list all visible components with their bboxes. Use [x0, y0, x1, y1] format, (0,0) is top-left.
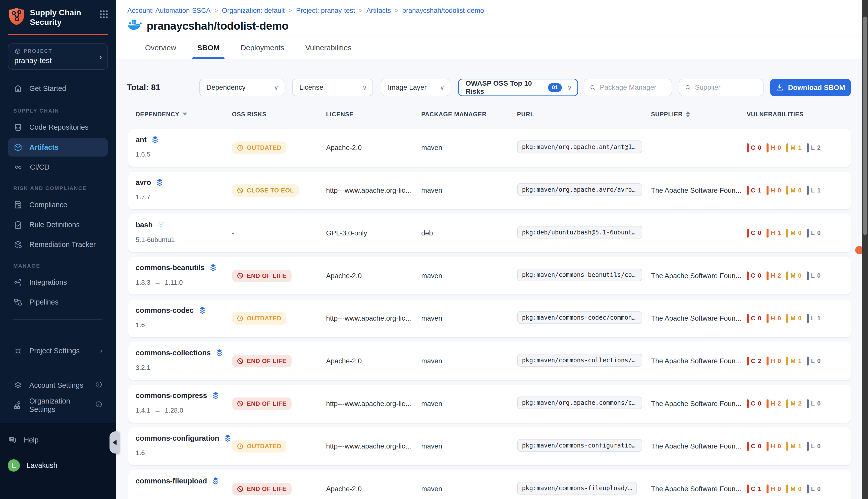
layers-icon	[211, 391, 220, 400]
purl-chip[interactable]: pkg:maven/org.apache.commons/com…	[517, 397, 642, 409]
table-row[interactable]: commons-collections 3.2.1 END OF LIFE Ap…	[128, 342, 851, 380]
scrollbar-track[interactable]	[862, 0, 868, 499]
vuln-low-count: 1	[817, 315, 821, 322]
user-menu[interactable]: L Lavakush	[8, 456, 108, 475]
tab-overview[interactable]: Overview	[145, 36, 176, 59]
breadcrumb-organization[interactable]: Organization: default	[222, 7, 285, 15]
vulnerability-counts: C2 H0 M1 L0	[747, 356, 821, 365]
breadcrumb-project[interactable]: Project: pranay-test	[296, 7, 355, 15]
vulnerability-counts: C0 H1 M0 L0	[747, 229, 821, 238]
purl-chip[interactable]: pkg:maven/commons-fileupload/…	[517, 482, 637, 495]
dependency-filter-select[interactable]: Dependency ∨	[199, 78, 284, 97]
breadcrumb-artifact-name[interactable]: pranaycshah/todolist-demo	[402, 7, 484, 15]
breadcrumb-artifacts[interactable]: Artifacts	[367, 7, 391, 15]
table-row[interactable]: ant 1.6.5 OUTDATED Apache-2.0 maven pkg:…	[128, 129, 851, 167]
sidebar-item-organization-settings[interactable]: Organization Settings	[8, 396, 108, 414]
sidebar-item-help[interactable]: Help	[8, 431, 108, 449]
sidebar-item-pipelines[interactable]: Pipelines	[8, 293, 108, 311]
sidebar-item-code-repositories[interactable]: Code Repositories	[8, 118, 108, 137]
package-manager-cell: maven	[421, 314, 442, 322]
package-manager-cell: maven	[421, 400, 442, 408]
scrollbar-thumb[interactable]	[863, 16, 867, 235]
sidebar-item-rule-definitions[interactable]: Rule Definitions	[8, 216, 108, 234]
sidebar-item-artifacts[interactable]: Artifacts	[8, 138, 108, 157]
supplier-cell: The Apache Software Foun...	[651, 186, 741, 194]
risk-label: CLOSE TO EOL	[247, 187, 294, 194]
project-selector[interactable]: PROJECT pranay-test ›	[8, 44, 108, 70]
sidebar-item-project-settings[interactable]: Project Settings ›	[8, 342, 108, 360]
table-row[interactable]: commons-configuration 1.6 OUTDATED http-…	[128, 427, 851, 465]
sidebar-item-account-settings[interactable]: Account Settings	[8, 376, 108, 394]
vuln-critical: C1	[747, 484, 761, 493]
app-grid-icon[interactable]	[100, 10, 108, 20]
sidebar-nav: Get Started SUPPLY CHAIN Code Repositori…	[0, 80, 116, 415]
vuln-high: H2	[767, 399, 781, 408]
info-icon[interactable]	[95, 401, 102, 410]
vuln-medium-count: 0	[798, 315, 802, 322]
vulnerability-counts: C1 H0 M0 L0	[747, 484, 821, 493]
vuln-medium: M1	[786, 144, 802, 152]
nav-section-supply-chain: SUPPLY CHAIN	[13, 108, 108, 114]
vuln-medium: M0	[786, 271, 802, 280]
download-sbom-button[interactable]: Download SBOM	[770, 78, 851, 97]
vulnerability-counts: C0 H0 M1 L2	[747, 144, 821, 152]
owasp-risks-filter-select[interactable]: OWASP OSS Top 10 Risks 01 ∨	[458, 78, 578, 97]
tab-deployments[interactable]: Deployments	[240, 36, 284, 59]
layers-icon	[224, 434, 232, 442]
dependency-version: 1.7.7	[136, 193, 150, 201]
vuln-high-count: 0	[778, 485, 781, 492]
gear-icon	[13, 346, 23, 355]
brand-accent-rule	[8, 34, 108, 35]
org-hierarchy-icon	[13, 401, 23, 410]
info-icon[interactable]	[95, 381, 102, 390]
layers-icon	[151, 136, 159, 144]
purl-chip[interactable]: pkg:maven/commons-configuration/…	[517, 439, 642, 452]
table-row[interactable]: commons-beanutils 1.8.3 → 1.11.0 END OF …	[128, 257, 851, 295]
tab-sbom[interactable]: SBOM	[197, 36, 220, 59]
header-dependency[interactable]: DEPENDENCY	[136, 111, 187, 118]
vuln-low-count: 2	[817, 144, 821, 151]
purl-chip[interactable]: pkg:maven/commons-collections/co…	[517, 354, 642, 367]
breadcrumb-account[interactable]: Account: Automation-SSCA	[127, 7, 211, 15]
sidebar-item-integrations[interactable]: Integrations	[8, 273, 108, 291]
vuln-high: H2	[767, 271, 781, 280]
sidebar: Supply Chain Security PROJECT pranay-tes…	[0, 0, 116, 499]
chevron-down-icon: ∨	[562, 84, 572, 91]
vuln-critical-count: 1	[758, 187, 761, 194]
supplier-search-input[interactable]	[695, 83, 757, 92]
purl-chip[interactable]: pkg:maven/commons-beanutils/comm…	[517, 269, 642, 281]
artifacts-cube-icon	[13, 143, 23, 152]
sidebar-item-compliance[interactable]: Compliance	[8, 196, 108, 214]
sidebar-item-remediation-tracker[interactable]: Remediation Tracker	[8, 236, 108, 254]
purl-chip[interactable]: pkg:maven/org.apache.avro/avro@1…	[517, 183, 642, 196]
home-icon	[13, 84, 23, 93]
purl-chip[interactable]: pkg:maven/commons-codec/commons-…	[517, 311, 642, 324]
table-row[interactable]: commons-compress 1.4.1 → 1.28.0 END OF L…	[128, 385, 851, 423]
table-row[interactable]: commons-fileupload END OF LIFE Apache-2.…	[128, 470, 851, 499]
clipboard-check-icon	[13, 220, 23, 229]
image-layer-filter-select[interactable]: Image Layer ∨	[381, 78, 450, 97]
dependency-name: commons-compress	[136, 391, 207, 400]
sidebar-item-get-started[interactable]: Get Started	[8, 80, 108, 98]
risk-label: END OF LIFE	[247, 357, 287, 365]
version-arrow: →	[154, 279, 161, 287]
vuln-medium-count: 0	[798, 187, 802, 194]
package-manager-search-input[interactable]	[600, 83, 666, 92]
table-row[interactable]: commons-codec 1.6 OUTDATED http---www.ap…	[128, 300, 851, 337]
project-label: PROJECT	[24, 48, 52, 54]
purl-chip[interactable]: pkg:deb/ubuntu/bash@5.1-6ubuntu1	[517, 226, 642, 239]
layers-icon	[198, 306, 207, 315]
license-filter-select[interactable]: License ∨	[292, 78, 373, 97]
header-supplier[interactable]: SUPPLIER	[651, 111, 690, 118]
package-manager-cell: maven	[421, 186, 442, 194]
sidebar-item-cicd[interactable]: CI/CD	[8, 158, 108, 177]
purl-chip[interactable]: pkg:maven/org.apache.ant/ant@1.6…	[517, 141, 642, 154]
vuln-high-count: 2	[778, 272, 781, 279]
header-license: LICENSE	[326, 111, 354, 118]
tab-vulnerabilities[interactable]: Vulnerabilities	[306, 36, 352, 59]
layers-icon	[211, 477, 220, 485]
header-purl: PURL	[517, 111, 534, 118]
table-row[interactable]: bash 5.1-6ubuntu1 - GPL-3.0-only deb pkg…	[128, 214, 851, 252]
table-row[interactable]: avro 1.7.7 CLOSE TO EOL http---www.apach…	[128, 172, 851, 209]
docker-whale-icon	[127, 19, 142, 33]
